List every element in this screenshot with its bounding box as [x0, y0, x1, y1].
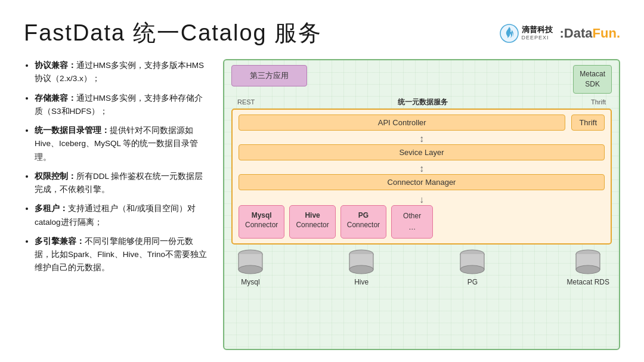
bullet-list: 协议兼容：通过HMS多实例，支持多版本HMS协议（2.x/3.x）； 存储兼容：…: [24, 59, 209, 275]
service-layer-bar: Sevice Layer: [239, 144, 605, 160]
list-item: 协议兼容：通过HMS多实例，支持多版本HMS协议（2.x/3.x）；: [35, 59, 209, 86]
list-item: 多引擎兼容：不同引擎能够使用同一份元数据，比如Spark、Flink、Hive、…: [35, 235, 209, 275]
metacat-rds-db-icon: [571, 249, 605, 276]
db-mysql: Mysql: [234, 249, 267, 286]
pg-db-label: PG: [467, 278, 478, 286]
api-controller-row: API Controller Thrift: [239, 115, 605, 131]
list-item: 存储兼容：通过HMS多实例，支持多种存储介质（S3和HDFS）；: [35, 92, 209, 119]
slide: FastData 统一Catalog 服务 滴普科技 DEEPEXI :Data…: [0, 0, 644, 362]
connectors-row: Mysql Connector Hive Connector PG Connec…: [239, 205, 605, 239]
metacat-sdk-box: Metacat SDK: [573, 65, 612, 94]
pg-db-icon: [456, 249, 489, 276]
svg-point-13: [460, 265, 484, 274]
arrow-down-2: ↕: [239, 164, 605, 174]
connector-manager-bar: Connector Manager: [239, 174, 605, 190]
deepexi-logo: 滴普科技 DEEPEXI: [500, 24, 553, 43]
mysql-db-icon: [234, 249, 267, 276]
db-hive: Hive: [345, 249, 378, 286]
orange-inner-box: API Controller Thrift ↕ Sevice Layer ↕ C…: [231, 109, 612, 245]
thrift-top-label: Thrift: [591, 98, 606, 106]
outer-green-box: 第三方应用 Metacat SDK REST 统一元数据服务 Thrift: [223, 59, 620, 350]
architecture-diagram: 第三方应用 Metacat SDK REST 统一元数据服务 Thrift: [223, 59, 620, 350]
pg-connector-box: PG Connector: [340, 205, 386, 239]
page-title: FastData 统一Catalog 服务: [24, 18, 322, 48]
other-connector-box: Other …: [391, 205, 433, 239]
mysql-db-label: Mysql: [241, 278, 259, 286]
db-metacat-rds: Metacat RDS: [567, 249, 609, 286]
deepexi-en-text: DEEPEXI: [522, 35, 553, 41]
list-item: 统一数据目录管理：提供针对不同数据源如Hive、Iceberg、MySQL 等的…: [35, 124, 209, 164]
datafun-logo: :DataFun.: [560, 26, 620, 41]
arrow-down-1: ↕: [239, 134, 605, 144]
svg-point-8: [349, 265, 373, 274]
unified-service-label: 统一元数据服务: [398, 97, 448, 107]
header: FastData 统一Catalog 服务 滴普科技 DEEPEXI :Data…: [24, 18, 620, 48]
rest-label: REST: [237, 98, 255, 106]
logos-area: 滴普科技 DEEPEXI :DataFun.: [500, 24, 620, 43]
metacat-rds-db-label: Metacat RDS: [567, 278, 609, 286]
arrow-row-1: REST 统一元数据服务 Thrift: [231, 97, 612, 107]
connector-manager-row: Connector Manager: [239, 174, 605, 190]
mysql-connector-box: Mysql Connector: [239, 205, 284, 239]
deepexi-cn-text: 滴普科技: [522, 25, 553, 35]
service-layer-row: Sevice Layer: [239, 144, 605, 160]
list-item: 权限控制：所有DDL 操作鉴权在统一元数据层完成，不依赖引擎。: [35, 170, 209, 197]
database-row: Mysql Hive: [231, 249, 612, 286]
main-content: 协议兼容：通过HMS多实例，支持多版本HMS协议（2.x/3.x）； 存储兼容：…: [24, 59, 620, 350]
arrow-down-3: ↓: [239, 195, 605, 205]
top-row: 第三方应用 Metacat SDK: [231, 65, 612, 94]
api-controller-bar: API Controller: [239, 115, 565, 131]
flame-icon: [500, 24, 519, 43]
hive-db-label: Hive: [354, 278, 369, 286]
thrift-right-box: Thrift: [571, 115, 605, 131]
hive-db-icon: [345, 249, 378, 276]
db-pg: PG: [456, 249, 489, 286]
svg-point-18: [576, 265, 600, 274]
hive-connector-box: Hive Connector: [289, 205, 335, 239]
third-party-box: 第三方应用: [231, 65, 307, 86]
bullets-section: 协议兼容：通过HMS多实例，支持多版本HMS协议（2.x/3.x）； 存储兼容：…: [24, 59, 209, 350]
list-item: 多租户：支持通过租户（和/或项目空间）对catalog进行隔离；: [35, 202, 209, 229]
svg-point-3: [239, 265, 262, 274]
